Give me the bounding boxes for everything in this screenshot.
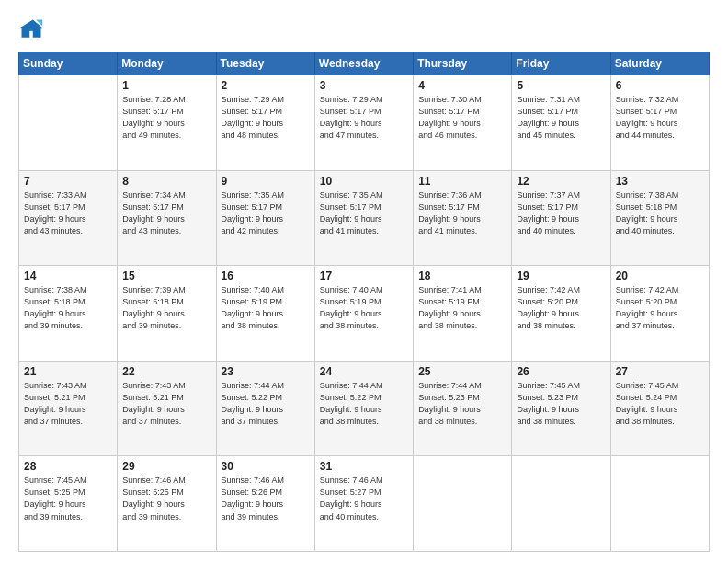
calendar-week-0: 1Sunrise: 7:28 AM Sunset: 5:17 PM Daylig… <box>19 75 710 171</box>
day-number: 6 <box>616 79 704 92</box>
day-number: 23 <box>222 365 310 378</box>
day-info: Sunrise: 7:45 AM Sunset: 5:24 PM Dayligh… <box>616 380 704 428</box>
calendar-cell: 19Sunrise: 7:42 AM Sunset: 5:20 PM Dayli… <box>512 266 610 362</box>
day-info: Sunrise: 7:40 AM Sunset: 5:19 PM Dayligh… <box>222 284 310 332</box>
calendar-cell: 14Sunrise: 7:38 AM Sunset: 5:18 PM Dayli… <box>19 266 118 362</box>
day-info: Sunrise: 7:45 AM Sunset: 5:25 PM Dayligh… <box>24 475 112 523</box>
day-number: 31 <box>320 460 408 473</box>
day-info: Sunrise: 7:44 AM Sunset: 5:23 PM Dayligh… <box>418 380 506 428</box>
day-info: Sunrise: 7:38 AM Sunset: 5:18 PM Dayligh… <box>616 190 704 237</box>
day-number: 12 <box>517 175 605 188</box>
day-info: Sunrise: 7:44 AM Sunset: 5:22 PM Dayligh… <box>320 380 408 428</box>
day-info: Sunrise: 7:43 AM Sunset: 5:21 PM Dayligh… <box>24 380 112 428</box>
day-info: Sunrise: 7:34 AM Sunset: 5:17 PM Dayligh… <box>122 190 210 237</box>
day-number: 3 <box>320 79 408 92</box>
day-info: Sunrise: 7:46 AM Sunset: 5:27 PM Dayligh… <box>320 475 408 523</box>
calendar-cell <box>610 456 709 552</box>
day-number: 25 <box>418 365 506 378</box>
day-number: 22 <box>122 365 210 378</box>
day-info: Sunrise: 7:33 AM Sunset: 5:17 PM Dayligh… <box>24 190 112 237</box>
calendar-cell: 10Sunrise: 7:35 AM Sunset: 5:17 PM Dayli… <box>314 170 413 266</box>
calendar-week-4: 28Sunrise: 7:45 AM Sunset: 5:25 PM Dayli… <box>19 456 710 552</box>
calendar-cell: 24Sunrise: 7:44 AM Sunset: 5:22 PM Dayli… <box>314 361 413 456</box>
day-number: 30 <box>222 460 310 473</box>
day-number: 26 <box>517 365 605 378</box>
day-number: 5 <box>517 79 605 92</box>
day-number: 16 <box>222 270 310 282</box>
calendar-header-row: SundayMondayTuesdayWednesdayThursdayFrid… <box>19 52 710 75</box>
day-number: 2 <box>222 79 310 92</box>
logo-icon <box>18 17 44 42</box>
calendar-cell: 25Sunrise: 7:44 AM Sunset: 5:23 PM Dayli… <box>414 361 512 456</box>
calendar-cell: 15Sunrise: 7:39 AM Sunset: 5:18 PM Dayli… <box>118 266 216 362</box>
calendar-cell: 1Sunrise: 7:28 AM Sunset: 5:17 PM Daylig… <box>118 75 216 171</box>
day-number: 18 <box>418 270 506 282</box>
calendar-cell: 28Sunrise: 7:45 AM Sunset: 5:25 PM Dayli… <box>19 456 118 552</box>
calendar-cell: 17Sunrise: 7:40 AM Sunset: 5:19 PM Dayli… <box>314 266 413 362</box>
day-number: 15 <box>122 270 210 282</box>
calendar-week-1: 7Sunrise: 7:33 AM Sunset: 5:17 PM Daylig… <box>19 170 710 266</box>
page: SundayMondayTuesdayWednesdayThursdayFrid… <box>0 0 728 563</box>
calendar-cell <box>512 456 610 552</box>
calendar-cell: 11Sunrise: 7:36 AM Sunset: 5:17 PM Dayli… <box>414 170 512 266</box>
day-number: 27 <box>616 365 704 378</box>
day-info: Sunrise: 7:37 AM Sunset: 5:17 PM Dayligh… <box>517 190 605 237</box>
day-number: 10 <box>320 175 408 188</box>
calendar-cell: 8Sunrise: 7:34 AM Sunset: 5:17 PM Daylig… <box>118 170 216 266</box>
calendar-header-sunday: Sunday <box>19 52 118 75</box>
day-number: 13 <box>616 175 704 188</box>
logo <box>18 17 48 42</box>
calendar-cell: 26Sunrise: 7:45 AM Sunset: 5:23 PM Dayli… <box>512 361 610 456</box>
day-info: Sunrise: 7:45 AM Sunset: 5:23 PM Dayligh… <box>517 380 605 428</box>
calendar-cell: 21Sunrise: 7:43 AM Sunset: 5:21 PM Dayli… <box>19 361 118 456</box>
day-info: Sunrise: 7:41 AM Sunset: 5:19 PM Dayligh… <box>418 284 506 332</box>
calendar-cell: 16Sunrise: 7:40 AM Sunset: 5:19 PM Dayli… <box>216 266 314 362</box>
calendar-table: SundayMondayTuesdayWednesdayThursdayFrid… <box>18 52 710 552</box>
day-number: 9 <box>222 175 310 188</box>
calendar-cell: 3Sunrise: 7:29 AM Sunset: 5:17 PM Daylig… <box>314 75 413 171</box>
day-number: 11 <box>418 175 506 188</box>
day-info: Sunrise: 7:39 AM Sunset: 5:18 PM Dayligh… <box>122 284 210 332</box>
day-number: 1 <box>122 79 210 92</box>
calendar-cell: 27Sunrise: 7:45 AM Sunset: 5:24 PM Dayli… <box>610 361 709 456</box>
day-info: Sunrise: 7:43 AM Sunset: 5:21 PM Dayligh… <box>122 380 210 428</box>
day-number: 14 <box>24 270 112 282</box>
calendar-header-tuesday: Tuesday <box>216 52 314 75</box>
day-info: Sunrise: 7:42 AM Sunset: 5:20 PM Dayligh… <box>517 284 605 332</box>
calendar-header-saturday: Saturday <box>610 52 709 75</box>
calendar-cell <box>19 75 118 171</box>
calendar-header-monday: Monday <box>118 52 216 75</box>
day-info: Sunrise: 7:31 AM Sunset: 5:17 PM Dayligh… <box>517 94 605 142</box>
calendar-cell: 29Sunrise: 7:46 AM Sunset: 5:25 PM Dayli… <box>118 456 216 552</box>
day-number: 17 <box>320 270 408 282</box>
header <box>18 17 710 42</box>
calendar-header-thursday: Thursday <box>414 52 512 75</box>
calendar-cell: 9Sunrise: 7:35 AM Sunset: 5:17 PM Daylig… <box>216 170 314 266</box>
day-info: Sunrise: 7:40 AM Sunset: 5:19 PM Dayligh… <box>320 284 408 332</box>
calendar-week-3: 21Sunrise: 7:43 AM Sunset: 5:21 PM Dayli… <box>19 361 710 456</box>
calendar-header-wednesday: Wednesday <box>314 52 413 75</box>
day-info: Sunrise: 7:36 AM Sunset: 5:17 PM Dayligh… <box>418 190 506 237</box>
calendar-week-2: 14Sunrise: 7:38 AM Sunset: 5:18 PM Dayli… <box>19 266 710 362</box>
calendar-cell: 30Sunrise: 7:46 AM Sunset: 5:26 PM Dayli… <box>216 456 314 552</box>
calendar-cell: 12Sunrise: 7:37 AM Sunset: 5:17 PM Dayli… <box>512 170 610 266</box>
calendar-cell <box>414 456 512 552</box>
calendar-cell: 5Sunrise: 7:31 AM Sunset: 5:17 PM Daylig… <box>512 75 610 171</box>
calendar-cell: 7Sunrise: 7:33 AM Sunset: 5:17 PM Daylig… <box>19 170 118 266</box>
day-info: Sunrise: 7:42 AM Sunset: 5:20 PM Dayligh… <box>616 284 704 332</box>
calendar-cell: 20Sunrise: 7:42 AM Sunset: 5:20 PM Dayli… <box>610 266 709 362</box>
day-number: 21 <box>24 365 112 378</box>
day-info: Sunrise: 7:35 AM Sunset: 5:17 PM Dayligh… <box>320 190 408 237</box>
calendar-cell: 13Sunrise: 7:38 AM Sunset: 5:18 PM Dayli… <box>610 170 709 266</box>
day-number: 20 <box>616 270 704 282</box>
day-number: 28 <box>24 460 112 473</box>
day-info: Sunrise: 7:38 AM Sunset: 5:18 PM Dayligh… <box>24 284 112 332</box>
day-info: Sunrise: 7:44 AM Sunset: 5:22 PM Dayligh… <box>222 380 310 428</box>
day-info: Sunrise: 7:28 AM Sunset: 5:17 PM Dayligh… <box>122 94 210 142</box>
calendar-cell: 18Sunrise: 7:41 AM Sunset: 5:19 PM Dayli… <box>414 266 512 362</box>
calendar-header-friday: Friday <box>512 52 610 75</box>
calendar-cell: 6Sunrise: 7:32 AM Sunset: 5:17 PM Daylig… <box>610 75 709 171</box>
day-info: Sunrise: 7:29 AM Sunset: 5:17 PM Dayligh… <box>320 94 408 142</box>
day-info: Sunrise: 7:32 AM Sunset: 5:17 PM Dayligh… <box>616 94 704 142</box>
calendar-cell: 23Sunrise: 7:44 AM Sunset: 5:22 PM Dayli… <box>216 361 314 456</box>
